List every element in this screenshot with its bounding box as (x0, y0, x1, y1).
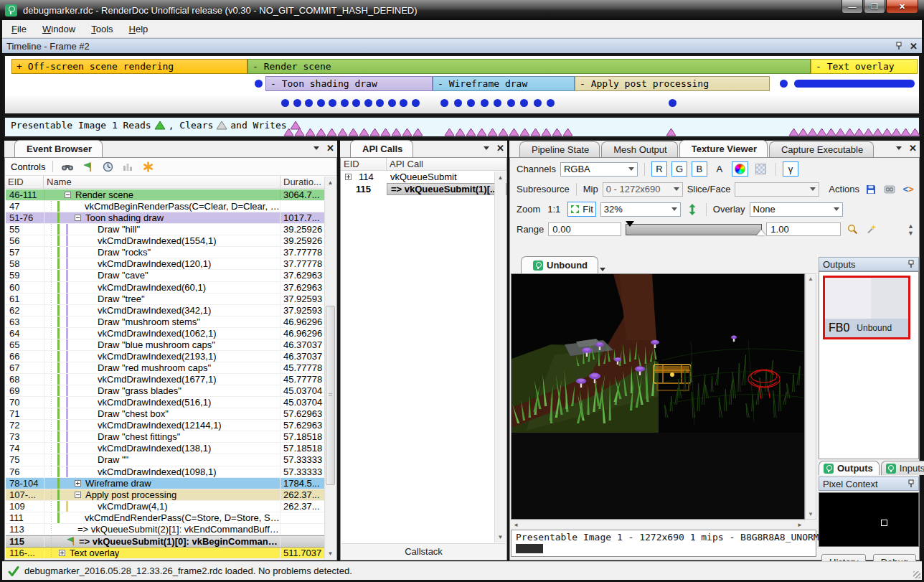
tab-pipeline-state[interactable]: Pipeline State (519, 141, 600, 157)
pixel-context-view[interactable] (819, 492, 919, 547)
range-max-input[interactable]: 1.00 (766, 222, 841, 236)
event-row-63[interactable]: 63Draw "mushroom stems"46.96296 (6, 316, 324, 328)
tree-expander-icon[interactable] (75, 480, 81, 487)
toolbar-overflow-icon[interactable]: ▲▼ (908, 222, 914, 237)
texture-hscrollbar[interactable]: ◄► (511, 520, 805, 530)
timeline-bar[interactable]: - Text overlay (811, 59, 918, 74)
write-marker-icon[interactable] (391, 128, 402, 136)
tab-event-browser[interactable]: Event Browser (14, 140, 103, 157)
event-row-59[interactable]: 59Draw "cave"37.62963 (6, 270, 324, 281)
event-row-70[interactable]: 70vkCmdDrawIndexed(516,1)45.03704 (6, 397, 324, 408)
minimize-button[interactable]: — (842, 0, 863, 14)
magnifier-icon[interactable] (845, 223, 859, 236)
outputs-header[interactable]: Outputs (819, 257, 919, 271)
scroll-down-icon[interactable]: ▼ (325, 548, 336, 559)
range-min-input[interactable]: 0.00 (548, 222, 621, 236)
zoom-1to1-button[interactable]: 1:1 (544, 202, 563, 217)
event-row-46-111[interactable]: 46-111Render scene3064.7... (6, 189, 324, 201)
write-marker-icon[interactable] (337, 128, 348, 136)
event-row-115[interactable]: 115=> vkQueueSubmit(1)[0]: vkBeginComman… (6, 535, 324, 548)
write-marker-icon[interactable] (498, 128, 509, 136)
event-row-72[interactable]: 72vkCmdDrawIndexed(12144,1)57.62963 (6, 420, 324, 431)
scroll-up-icon[interactable]: ▲ (495, 172, 506, 183)
event-row-73[interactable]: 73Draw "chest fittings"57.18518 (6, 431, 324, 443)
draw-event-dot[interactable] (780, 80, 788, 88)
tab-outputs[interactable]: Outputs (819, 461, 880, 475)
event-row-75[interactable]: 75Draw ""57.33333 (6, 454, 324, 466)
slice-face-select[interactable] (735, 182, 819, 197)
channels-select[interactable]: RGBA (560, 162, 638, 177)
channel-a-toggle[interactable]: A (712, 161, 727, 177)
range-white-handle[interactable] (757, 230, 765, 235)
write-marker-icon[interactable] (509, 128, 519, 136)
write-marker-icon[interactable] (562, 128, 573, 136)
panel-menu-icon[interactable] (896, 146, 902, 150)
fb0-thumbnail[interactable]: FB0 Unbound (823, 276, 910, 339)
asterisk-icon[interactable] (141, 160, 155, 173)
tree-expander-icon[interactable] (65, 192, 71, 198)
maximize-button[interactable]: ❐ (864, 0, 885, 14)
event-browser-scrollbar[interactable]: ▲ ▼ (324, 177, 336, 559)
event-row-56[interactable]: 56vkCmdDrawIndexed(1554,1)39.25926 (6, 235, 324, 247)
channel-g-toggle[interactable]: G (671, 161, 687, 177)
scrollbar-thumb[interactable] (326, 306, 335, 485)
pin-icon[interactable] (895, 42, 902, 50)
event-row-76[interactable]: 76vkCmdDrawIndexed(1098,1)57.33333 (6, 466, 324, 478)
callstack-footer[interactable]: Callstack (341, 543, 506, 559)
write-marker-icon[interactable] (666, 128, 676, 136)
checker-backdrop-toggle[interactable] (753, 161, 769, 177)
draw-event-dot[interactable] (255, 80, 263, 88)
event-row-62[interactable]: 62vkCmdDrawIndexed(342,1)37.92593 (6, 305, 324, 316)
write-marker-icon[interactable] (910, 128, 920, 136)
event-row-107-...[interactable]: 107-...Apply post processing262.37... (6, 489, 324, 501)
event-row-55[interactable]: 55Draw "hill"39.25926 (6, 224, 324, 235)
write-marker-icon[interactable] (541, 128, 552, 136)
event-row-78-104[interactable]: 78-104Wireframe draw1784.5... (6, 478, 324, 489)
event-row-58[interactable]: 58vkCmdDrawIndexed(120,1)37.77778 (6, 258, 324, 270)
write-marker-icon[interactable] (402, 128, 412, 136)
event-row-74[interactable]: 74vkCmdDrawIndexed(138,1)57.18518 (6, 443, 324, 454)
flip-y-icon[interactable] (685, 203, 699, 216)
event-row-69[interactable]: 69Draw "grass blades"45.03704 (6, 385, 324, 397)
event-row-116-...[interactable]: 116-...Text overlay511.7037 (6, 548, 324, 559)
write-marker-icon[interactable] (359, 128, 369, 136)
close-button[interactable]: ✕ (886, 0, 918, 14)
overlay-select[interactable]: None (750, 202, 843, 217)
timeline-bar[interactable]: - Apply post processing (575, 76, 770, 91)
menu-window[interactable]: Window (36, 22, 82, 37)
write-marker-icon[interactable] (369, 128, 380, 136)
write-marker-icon[interactable] (316, 128, 326, 136)
event-row-47[interactable]: 47vkCmdBeginRenderPass(C=Clear, D=Clear,… (6, 201, 324, 212)
tree-expander-icon[interactable] (75, 215, 81, 221)
tab-capture-executable[interactable]: Capture Executable (769, 141, 874, 157)
menu-help[interactable]: Help (123, 22, 155, 37)
timeline-bar[interactable]: - Render scene (248, 59, 811, 74)
event-row-57[interactable]: 57Draw "rocks"37.77778 (6, 247, 324, 258)
event-row-109[interactable]: 109vkCmdDraw(4,1)262.37... (6, 501, 324, 512)
gamma-toggle[interactable]: γ (783, 161, 798, 177)
timeline-bar[interactable]: + Off-screen scene rendering (11, 59, 248, 74)
write-marker-icon[interactable] (444, 128, 455, 136)
event-row-111[interactable]: 111vkCmdEndRenderPass(C=Store, D=Store, … (6, 512, 324, 524)
timeline-bar[interactable]: - Toon shading draw (265, 76, 433, 91)
texture-viewer-close-icon[interactable]: ✕ (909, 144, 917, 153)
write-marker-icon[interactable] (530, 128, 541, 136)
resize-grip[interactable] (913, 571, 920, 578)
write-marker-icon[interactable] (519, 128, 530, 136)
tree-expander-icon[interactable] (75, 492, 81, 498)
api-call-row-115[interactable]: 115=> vkQueueSubmit(1)[... (341, 183, 506, 195)
write-marker-icon[interactable] (305, 128, 316, 136)
menu-tools[interactable]: Tools (85, 22, 119, 37)
timeline-close-icon[interactable]: ✕ (910, 42, 918, 51)
zoom-select[interactable]: 32% (600, 202, 681, 217)
api-calls-scrollbar[interactable]: ▲ ▼ (494, 172, 506, 543)
zoom-fit-button[interactable]: Fit (567, 202, 595, 217)
channel-r-toggle[interactable]: R (651, 161, 667, 177)
event-table-header[interactable]: EID Name Duratio... (5, 176, 336, 189)
write-marker-icon[interactable] (487, 128, 498, 136)
event-row-113[interactable]: 113=> vkQueueSubmit(2)[1]: vkEndCommandB… (6, 524, 324, 535)
save-icon[interactable] (864, 183, 878, 196)
event-row-51-76[interactable]: 51-76Toon shading draw1017.7... (6, 212, 324, 224)
event-browser-close-icon[interactable]: ✕ (326, 144, 334, 153)
scroll-up-icon[interactable]: ▲ (325, 177, 336, 188)
